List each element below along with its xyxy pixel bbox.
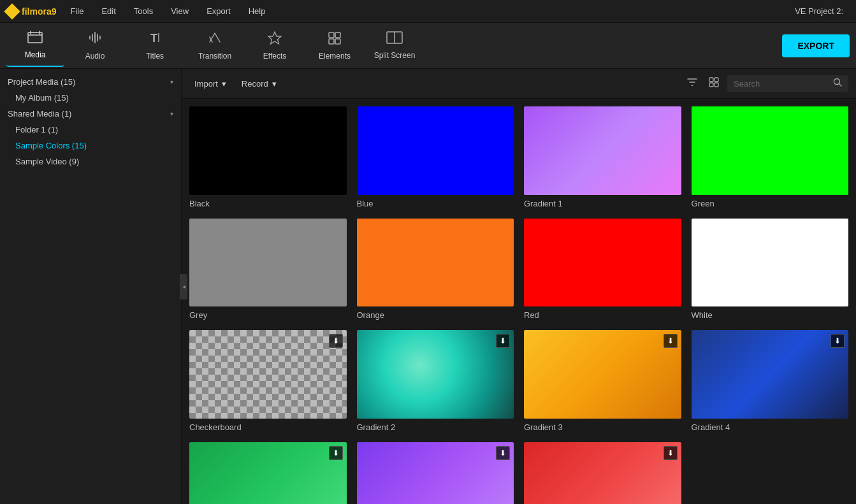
sidebar-shared-media[interactable]: Shared Media (1) ▾ [0,106,181,122]
content-area: Import ▾ Record ▾ [182,69,856,504]
grid-item-grey[interactable]: Grey [189,219,347,320]
color-swatch-gradient4: ⬇ [692,330,849,419]
toolbar-elements-label: Elements [319,52,351,61]
download-badge[interactable]: ⬇ [496,334,510,348]
filter-icon[interactable] [684,74,700,93]
grid-item-black[interactable]: Black [189,106,347,208]
menu-edit[interactable]: Edit [98,4,119,18]
toolbar-transition[interactable]: Transition [186,25,243,67]
grid-item-gradient5[interactable]: ⬇Gradient 5 [189,442,347,504]
grid-item-label-green: Green [692,199,849,208]
media-icon [27,31,43,47]
import-chevron-icon: ▾ [222,79,226,89]
grid-item-orange[interactable]: Orange [357,219,514,320]
sidebar-my-album[interactable]: My Album (15) [0,90,181,106]
toolbar: Media Audio T Titles Transition [0,23,856,69]
toolbar-transition-label: Transition [198,52,231,61]
effects-icon [267,31,282,48]
app-name: filmora9 [22,6,56,17]
record-button[interactable]: Record ▾ [236,76,282,91]
color-swatch-checkerboard: ⬇ [189,330,347,419]
grid-item-label-black: Black [189,199,347,208]
color-swatch-gradient7: ⬇ [524,442,681,504]
download-badge[interactable]: ⬇ [329,334,343,348]
color-swatch-gradient2: ⬇ [357,330,514,419]
grid-item-gradient3[interactable]: ⬇Gradient 3 [524,330,681,432]
color-swatch-gradient6: ⬇ [357,442,514,504]
toolbar-effects-label: Effects [263,52,286,61]
color-swatch-gradient5: ⬇ [189,442,347,504]
download-badge[interactable]: ⬇ [831,334,845,348]
grid-item-gradient7[interactable]: ⬇Gradient 7 [524,442,681,504]
svg-rect-13 [715,83,718,87]
download-badge[interactable]: ⬇ [664,446,678,460]
chevron-down-icon-2: ▾ [170,110,173,117]
sidebar-sample-video[interactable]: Sample Video (9) [0,154,181,169]
color-swatch-black [189,106,347,195]
media-grid: BlackBlueGradient 1GreenGreyOrangeRedWhi… [182,99,856,504]
svg-rect-12 [709,83,713,87]
grid-item-label-gradient2: Gradient 2 [357,422,514,432]
svg-rect-0 [28,32,42,43]
grid-item-gradient4[interactable]: ⬇Gradient 4 [692,330,849,432]
grid-view-icon[interactable] [706,74,722,93]
logo-diamond [4,3,20,19]
sidebar-project-media-label: Project Media (15) [8,77,75,87]
color-swatch-red [524,219,681,307]
search-box [727,75,848,92]
grid-item-checkerboard[interactable]: ⬇Checkerboard [189,330,347,432]
chevron-down-icon: ▾ [170,78,173,85]
toolbar-audio[interactable]: Audio [66,25,124,67]
export-button[interactable]: EXPORT [782,34,850,57]
toolbar-effects[interactable]: Effects [246,25,303,67]
main-area: Project Media (15) ▾ My Album (15) Share… [0,69,856,504]
toolbar-media[interactable]: Media [6,25,64,67]
color-swatch-green [692,106,849,195]
grid-item-label-gradient3: Gradient 3 [524,422,681,432]
grid-item-gradient6[interactable]: ⬇Gradient 6 [357,442,514,504]
download-badge[interactable]: ⬇ [496,446,510,460]
grid-item-red[interactable]: Red [524,219,681,320]
toolbar-splitscreen[interactable]: Split Screen [366,25,423,67]
sidebar-project-media[interactable]: Project Media (15) ▾ [0,74,181,90]
menu-help[interactable]: Help [245,4,270,18]
svg-rect-4 [329,32,334,38]
menu-tools[interactable]: Tools [130,4,157,18]
svg-rect-7 [335,39,340,44]
search-input[interactable] [734,79,829,89]
grid-item-label-orange: Orange [357,310,514,320]
grid-item-label-red: Red [524,310,681,320]
sidebar-collapse-handle[interactable]: ◂ [180,274,187,299]
grid-item-blue[interactable]: Blue [357,106,514,208]
grid-item-label-blue: Blue [357,199,514,208]
color-swatch-grey [189,219,347,307]
color-swatch-gradient3: ⬇ [524,330,681,419]
transition-icon [207,31,222,48]
toolbar-titles-label: Titles [146,52,164,61]
import-button[interactable]: Import ▾ [189,76,231,91]
menu-file[interactable]: File [66,4,87,18]
grid-item-gradient2[interactable]: ⬇Gradient 2 [357,330,514,432]
color-swatch-blue [357,106,514,195]
grid-item-label-grey: Grey [189,310,347,320]
app-logo: filmora9 [6,6,56,17]
svg-line-15 [839,84,842,87]
grid-item-label-gradient4: Gradient 4 [692,422,849,432]
audio-icon [88,31,102,48]
menu-view[interactable]: View [167,4,192,18]
download-badge[interactable]: ⬇ [329,446,343,460]
grid-item-green[interactable]: Green [692,106,849,208]
titles-icon: T [148,31,162,48]
menu-export[interactable]: Export [203,4,235,18]
search-icon[interactable] [833,78,842,89]
record-label: Record [242,79,268,89]
color-swatch-orange [357,219,514,307]
grid-item-gradient1[interactable]: Gradient 1 [524,106,681,208]
toolbar-titles[interactable]: T Titles [126,25,184,67]
sidebar-sample-colors[interactable]: Sample Colors (15) [0,138,181,154]
toolbar-elements[interactable]: Elements [306,25,363,67]
grid-item-white[interactable]: White [692,219,849,320]
sidebar-folder1[interactable]: Folder 1 (1) [0,122,181,138]
toolbar-splitscreen-label: Split Screen [374,51,416,60]
download-badge[interactable]: ⬇ [664,334,678,348]
